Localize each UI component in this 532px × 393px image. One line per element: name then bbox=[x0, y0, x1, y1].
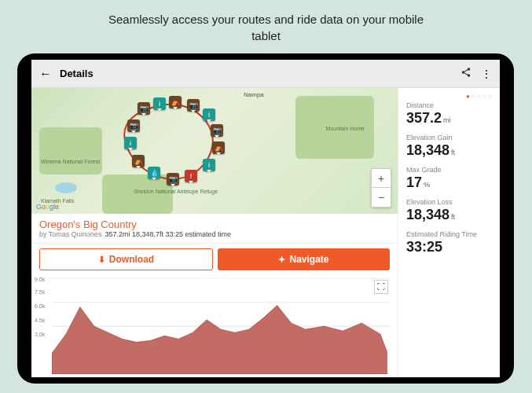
appbar: ← Details ⋮ bbox=[31, 60, 500, 88]
by-prefix: by bbox=[39, 230, 49, 238]
stat-value: 17 bbox=[406, 174, 422, 190]
share-button[interactable] bbox=[460, 67, 471, 80]
y-tick: 9.0k bbox=[35, 277, 45, 282]
y-tick: 7.5k bbox=[35, 289, 45, 295]
poi-water-icon[interactable]: 💧 bbox=[148, 167, 160, 179]
route-name[interactable]: Oregon's Big Country bbox=[39, 219, 390, 230]
page-title: Details bbox=[60, 68, 451, 79]
poi-camera-icon[interactable]: 📷 bbox=[167, 173, 179, 185]
more-button[interactable]: ⋮ bbox=[481, 68, 492, 80]
poi-camp-icon[interactable]: ⛺ bbox=[132, 155, 145, 167]
stat-value: 18,348 bbox=[406, 142, 449, 158]
poi-camera-icon[interactable]: 📷 bbox=[187, 99, 200, 112]
stat-distance: Distance 357.2mi bbox=[406, 101, 492, 126]
poi-info-icon[interactable]: i bbox=[153, 97, 166, 110]
map[interactable]: Nampa Winema National Forest Klamath Fal… bbox=[31, 88, 398, 214]
stat-maxgrade: Max Grade 17% bbox=[406, 166, 492, 190]
left-pane: Nampa Winema National Forest Klamath Fal… bbox=[31, 88, 398, 377]
action-buttons: ⬇ Download ✦ Navigate bbox=[31, 244, 398, 275]
screen: ← Details ⋮ Nampa Winema National Forest… bbox=[31, 60, 500, 377]
poi-camera-icon[interactable]: 📷 bbox=[127, 119, 140, 132]
download-button[interactable]: ⬇ Download bbox=[39, 248, 213, 270]
poi-warning-icon[interactable]: ! bbox=[185, 170, 197, 182]
stat-label: Estimated Riding Time bbox=[406, 230, 492, 238]
y-tick: 6.0k bbox=[35, 303, 45, 309]
stat-value: 33:25 bbox=[406, 239, 442, 255]
stat-gain: Elevation Gain 18,348ft bbox=[406, 134, 492, 158]
zoom-control: + − bbox=[371, 168, 391, 208]
download-label: Download bbox=[109, 254, 154, 265]
navigate-label: Navigate bbox=[289, 254, 328, 265]
tagline: Seamlessly access your routes and ride d… bbox=[0, 0, 532, 52]
stat-loss: Elevation Loss 18,348ft bbox=[406, 198, 492, 222]
google-logo: Google bbox=[36, 203, 59, 211]
poi-camp-icon[interactable]: ⛺ bbox=[169, 96, 182, 108]
download-icon: ⬇ bbox=[98, 255, 105, 265]
stat-value: 18,348 bbox=[406, 207, 449, 222]
navigate-button[interactable]: ✦ Navigate bbox=[218, 248, 390, 270]
stat-label: Elevation Loss bbox=[406, 198, 492, 206]
route-info: Oregon's Big Country by Tomas Quinones35… bbox=[31, 214, 398, 244]
share-icon bbox=[460, 67, 471, 78]
stat-label: Elevation Gain bbox=[406, 134, 492, 141]
zoom-out-button[interactable]: − bbox=[372, 188, 391, 207]
fullscreen-button[interactable]: ⛶ bbox=[374, 280, 388, 294]
poi-info-icon[interactable]: i bbox=[203, 159, 215, 171]
stat-unit: ft bbox=[451, 149, 455, 156]
y-tick: 3.0k bbox=[35, 332, 45, 337]
stat-value: 357.2 bbox=[406, 110, 442, 126]
route-byline: by Tomas Quinones357.2mi 18,348.7ft 33:2… bbox=[39, 230, 390, 238]
poi-camp-icon[interactable]: ⛺ bbox=[212, 141, 225, 154]
poi-info-icon[interactable]: i bbox=[203, 108, 215, 121]
stat-unit: mi bbox=[443, 116, 451, 124]
elevation-chart[interactable]: ⛶ 9.0k 7.5k 6.0k 4.5k 3.0k bbox=[31, 275, 398, 377]
poi-camera-icon[interactable]: 📷 bbox=[211, 124, 223, 137]
route-author[interactable]: Tomas Quinones bbox=[49, 230, 102, 238]
navigate-icon: ✦ bbox=[278, 255, 285, 265]
back-button[interactable]: ← bbox=[39, 67, 52, 81]
stats-pane: ● ○ ○ ○ ○ Distance 357.2mi Elevation Gai… bbox=[398, 88, 500, 377]
stat-unit: % bbox=[424, 181, 430, 189]
poi-camera-icon[interactable]: 📷 bbox=[138, 102, 150, 115]
stat-unit: ft bbox=[451, 213, 455, 221]
tablet-frame: ← Details ⋮ Nampa Winema National Forest… bbox=[17, 53, 514, 384]
route-summary: 357.2mi 18,348.7ft 33:25 estimated time bbox=[105, 230, 231, 238]
zoom-in-button[interactable]: + bbox=[372, 169, 391, 188]
stat-label: Distance bbox=[406, 101, 492, 109]
body: Nampa Winema National Forest Klamath Fal… bbox=[31, 88, 500, 377]
stat-time: Estimated Riding Time 33:25 bbox=[406, 230, 492, 255]
pager-dots[interactable]: ● ○ ○ ○ ○ bbox=[406, 93, 492, 101]
elevation-area bbox=[52, 278, 390, 374]
stat-label: Max Grade bbox=[406, 166, 492, 174]
y-tick: 4.5k bbox=[35, 318, 45, 323]
poi-info-icon[interactable]: i bbox=[124, 137, 137, 149]
